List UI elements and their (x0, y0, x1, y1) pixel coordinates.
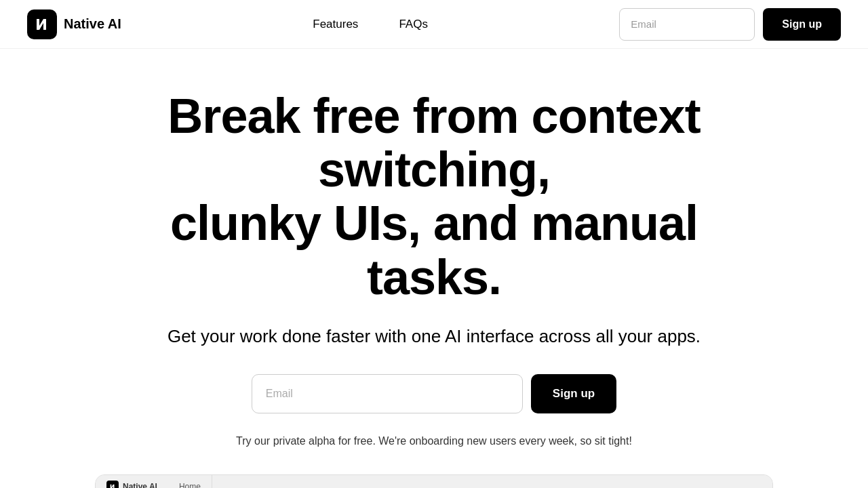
hero-signup-button[interactable]: Sign up (531, 374, 616, 413)
preview-topbar: Native AI Home (96, 475, 772, 488)
brand-name: Native AI (64, 16, 121, 32)
hero-section: Break free from context switching, clunk… (0, 49, 868, 488)
nav-email-input[interactable] (619, 8, 755, 41)
hero-heading: Break free from context switching, clunk… (129, 89, 739, 304)
brand-logo-icon (27, 9, 57, 39)
preview-logo-icon (106, 481, 119, 488)
logo-area[interactable]: Native AI (27, 9, 121, 39)
hero-subheading: Get your work done faster with one AI in… (167, 326, 701, 347)
preview-home-tab: Home (168, 475, 212, 488)
nav-signup-button[interactable]: Sign up (763, 8, 841, 41)
preview-sidebar-label: Native AI (106, 481, 157, 488)
nav-links: Features FAQs (313, 18, 428, 31)
nav-right: Sign up (619, 8, 841, 41)
navbar: Native AI Features FAQs Sign up (0, 0, 868, 49)
hero-note: Try our private alpha for free. We're on… (236, 435, 632, 447)
hero-cta: Sign up (252, 374, 616, 413)
nav-features-link[interactable]: Features (313, 18, 358, 31)
nav-faqs-link[interactable]: FAQs (399, 18, 428, 31)
app-preview: Native AI Home ▶ Start M (95, 474, 773, 488)
hero-email-input[interactable] (252, 374, 523, 413)
